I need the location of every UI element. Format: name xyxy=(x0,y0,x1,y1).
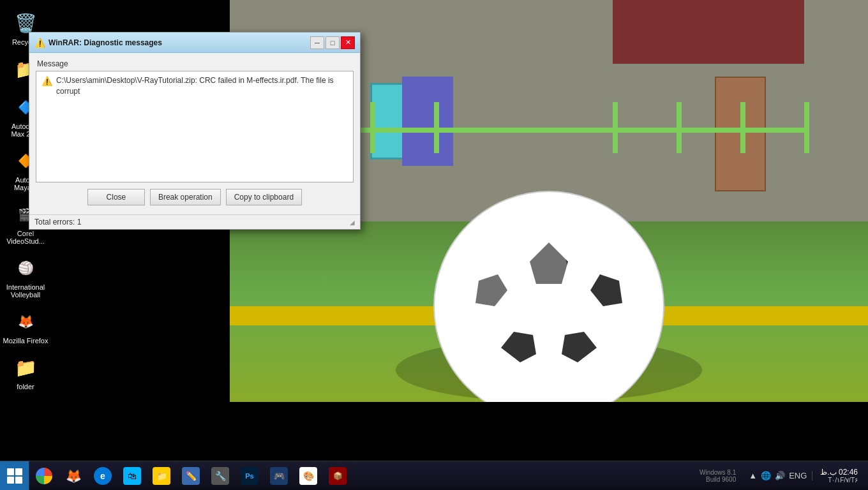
paint-icon: 🎨 xyxy=(299,467,317,485)
volleyball-label: International xyxy=(6,283,45,291)
sketchbook-icon: ✏️ xyxy=(182,467,200,485)
desktop-icon-firefox[interactable]: 🦊 Mozilla Firefox xyxy=(0,305,51,348)
dialog-title-left: ⚠️ WinRAR: Diagnostic messages xyxy=(34,38,162,48)
taskbar-firefox-icon[interactable]: 🦊 xyxy=(59,461,88,491)
fence-post-2 xyxy=(370,102,375,153)
fence-post-6 xyxy=(740,102,745,153)
firefox-label: Mozilla Firefox xyxy=(3,337,49,345)
windows-version-info: Windows 8.1 Build 9600 xyxy=(694,469,741,483)
start-quad-4 xyxy=(15,477,22,484)
break-operation-button[interactable]: Break operation xyxy=(150,189,221,205)
taskbar-app1-icon[interactable]: 🔧 xyxy=(206,461,235,491)
svg-point-8 xyxy=(466,223,568,325)
tray-volume-icon[interactable]: 🔊 xyxy=(775,471,785,480)
start-icon xyxy=(7,468,22,484)
volleyball-icon: 🏐 xyxy=(13,255,38,281)
taskbar-winrar-icon[interactable]: 📦 xyxy=(323,461,352,491)
dialog-buttons: Close Break operation Copy to clipboard xyxy=(36,189,354,205)
dialog-window-controls: ─ □ ✕ xyxy=(310,36,355,49)
taskbar-ie-icon[interactable]: e xyxy=(88,461,117,491)
start-quad-3 xyxy=(7,477,14,484)
message-label: Message xyxy=(36,59,354,68)
total-errors-text: Total errors: 1 xyxy=(34,218,81,226)
corel-label2: VideoStud... xyxy=(6,237,45,245)
winrar-dialog: ⚠️ WinRAR: Diagnostic messages ─ □ ✕ Mes… xyxy=(29,32,361,230)
taskbar-photoshop-icon[interactable]: Ps xyxy=(235,461,264,491)
error-message-text: C:\Users\amin\Desktop\V-RayTutorial.zip:… xyxy=(56,75,348,97)
build-text: Build 9600 xyxy=(700,476,736,483)
tray-network-icon[interactable]: 🌐 xyxy=(761,471,771,480)
folder2-label: folder xyxy=(17,383,34,390)
error-message-row: ⚠️ C:\Users\amin\Desktop\V-RayTutorial.z… xyxy=(41,75,348,97)
dialog-footer: Total errors: 1 ◢ xyxy=(29,214,360,229)
dialog-maximize-button[interactable]: □ xyxy=(326,36,340,49)
dialog-title-text: WinRAR: Diagnostic messages xyxy=(49,38,162,47)
message-warning-icon: ⚠️ xyxy=(41,76,52,86)
system-tray: ▲ 🌐 🔊 ENG xyxy=(744,471,812,480)
tray-lang-icon[interactable]: ENG xyxy=(789,471,807,480)
dialog-close-button[interactable]: ✕ xyxy=(341,36,355,49)
app2-icon: 🎮 xyxy=(270,467,288,485)
taskbar-app2-icon[interactable]: 🎮 xyxy=(264,461,294,491)
volleyball-label2: Volleyball xyxy=(11,291,40,299)
store-icon: 🛍 xyxy=(123,467,141,485)
folder2-icon: 📁 xyxy=(13,355,38,380)
chrome-icon xyxy=(36,468,52,484)
desktop: 🗑️ Recycl... 📁 🔷 Autode... Max 20... 🔶 A… xyxy=(0,0,868,490)
desktop-icon-folder2[interactable]: 📁 folder xyxy=(0,351,51,394)
desktop-icon-volleyball[interactable]: 🏐 International Volleyball xyxy=(0,251,51,302)
dialog-content: Message ⚠️ C:\Users\amin\Desktop\V-RayTu… xyxy=(29,53,360,214)
fence-post-4 xyxy=(613,102,618,153)
soccer-ball xyxy=(389,179,708,402)
resize-handle[interactable]: ◢ xyxy=(350,219,355,226)
taskbar-right: Windows 8.1 Build 9600 ▲ 🌐 🔊 ENG 02:46 ب… xyxy=(694,468,868,484)
clock-time: 02:46 ب.ظ xyxy=(820,468,858,477)
taskbar-icons: 🦊 e 🛍 📁 ✏️ 🔧 Ps 🎮 � xyxy=(29,461,694,491)
dialog-minimize-button[interactable]: ─ xyxy=(310,36,324,49)
windows-version-text: Windows 8.1 xyxy=(700,469,736,476)
start-quad-2 xyxy=(15,468,22,475)
roof xyxy=(613,0,804,64)
title-warning-icon: ⚠️ xyxy=(34,38,45,48)
purple-cloth xyxy=(402,77,453,166)
taskbar-paint-icon[interactable]: 🎨 xyxy=(294,461,323,491)
fence-post-5 xyxy=(677,102,682,153)
message-area: ⚠️ C:\Users\amin\Desktop\V-RayTutorial.z… xyxy=(36,71,354,182)
taskbar-explorer-icon[interactable]: 📁 xyxy=(147,461,176,491)
fence-post-7 xyxy=(804,102,809,153)
clock-area[interactable]: 02:46 ب.ظ T۰/۱F/۷/T۶ xyxy=(815,468,863,484)
close-button[interactable]: Close xyxy=(87,189,145,205)
clock-date: T۰/۱F/۷/T۶ xyxy=(820,477,858,484)
app1-icon: 🔧 xyxy=(211,467,229,485)
ie-icon: e xyxy=(94,467,112,485)
fence-post-3 xyxy=(434,102,439,153)
start-button[interactable] xyxy=(0,461,29,491)
winrar-icon: 📦 xyxy=(329,467,347,485)
copy-to-clipboard-button[interactable]: Copy to clipboard xyxy=(226,189,302,205)
firefox-desktop-icon: 🦊 xyxy=(13,309,38,334)
corel-label: Corel xyxy=(17,230,34,237)
taskbar-chrome-icon[interactable] xyxy=(29,461,59,491)
explorer-icon: 📁 xyxy=(153,467,170,485)
taskbar: 🦊 e 🛍 📁 ✏️ 🔧 Ps 🎮 � xyxy=(0,461,868,490)
photoshop-icon: Ps xyxy=(241,467,258,485)
taskbar-store-icon[interactable]: 🛍 xyxy=(117,461,147,491)
dialog-titlebar: ⚠️ WinRAR: Diagnostic messages ─ □ ✕ xyxy=(29,33,360,53)
start-quad-1 xyxy=(7,468,14,475)
tray-up-arrow[interactable]: ▲ xyxy=(749,471,757,480)
taskbar-sketchbook-icon[interactable]: ✏️ xyxy=(176,461,206,491)
firefox-icon: 🦊 xyxy=(64,467,82,485)
